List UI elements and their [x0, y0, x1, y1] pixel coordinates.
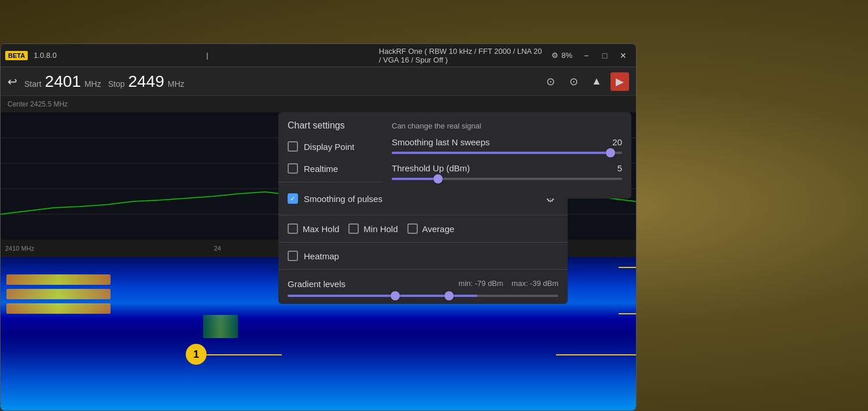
min-hold-label: Min Hold — [363, 224, 398, 234]
center-freq-label: Center 2425.5 MHz — [8, 100, 68, 108]
panel-divider-3 — [278, 242, 568, 243]
gradient-min: min: -79 dBm — [458, 279, 503, 288]
window-controls: − □ ✕ — [578, 50, 631, 61]
toolbar-icon-1[interactable]: ⊙ — [541, 72, 560, 91]
realtime-checkbox[interactable] — [288, 163, 298, 174]
min-hold-item: Min Hold — [348, 223, 398, 234]
minimize-button[interactable]: − — [578, 50, 594, 61]
heatmap-label: Heatmap — [304, 251, 339, 261]
maximize-button[interactable]: □ — [597, 50, 613, 61]
gradient-max: max: -39 dBm — [512, 279, 558, 288]
gradient-title: Gradient levels — [288, 279, 345, 289]
waterfall-band-green — [203, 315, 238, 338]
gradient-values: min: -79 dBm max: -39 dBm — [458, 279, 558, 289]
stop-freq-group: Stop 2449 MHz — [108, 72, 185, 91]
popup-note: Can change the real signal — [392, 122, 622, 130]
toolbar-icon-2[interactable]: ⊙ — [564, 72, 583, 91]
hold-row: Max Hold Min Hold Average — [278, 218, 568, 240]
display-point-checkbox[interactable] — [288, 141, 298, 152]
gradient-slider-thumb-left[interactable] — [391, 291, 400, 300]
smoothing-popup: Can change the real signal Smoothing las… — [382, 112, 631, 199]
annotation-1: 1 — [186, 344, 207, 365]
waterfall-band-3 — [6, 303, 111, 314]
display-point-label: Display Point — [304, 142, 355, 152]
toolbar-icons: ⊙ ⊙ ▲ ▶ — [541, 72, 629, 91]
device-info: HackRF One ( RBW 10 kHz / FFT 2000 / LNA… — [379, 47, 546, 64]
smoothing-pulses-checkbox[interactable] — [288, 193, 298, 204]
cpu-icon: ⚙ — [551, 51, 558, 60]
threshold-up-value: 5 — [617, 163, 622, 173]
threshold-up-track[interactable] — [392, 178, 622, 180]
start-label: Start — [24, 79, 42, 89]
gradient-header: Gradient levels min: -79 dBm max: -39 dB… — [288, 279, 558, 289]
max-hold-checkbox[interactable] — [288, 223, 298, 234]
freq-tick-1: 2410 MHz — [5, 245, 214, 252]
start-freq-group: Start 2401 MHz — [24, 72, 101, 91]
heatmap-checkbox[interactable] — [288, 251, 298, 261]
smoothing-n-fill — [392, 152, 610, 154]
smoothing-n-value: 20 — [612, 137, 622, 147]
annotation-line-2 — [556, 354, 636, 355]
start-freq-value: 2401 — [45, 72, 81, 91]
beta-badge: BETA — [5, 51, 28, 60]
close-button[interactable]: ✕ — [615, 50, 631, 61]
stop-label: Stop — [108, 79, 125, 89]
min-hold-checkbox[interactable] — [348, 223, 359, 234]
average-checkbox[interactable] — [407, 223, 418, 234]
average-label: Average — [422, 224, 455, 234]
toolbar: ↩ Start 2401 MHz Stop 2449 MHz ⊙ ⊙ ▲ ▶ — [1, 67, 636, 96]
undo-button[interactable]: ↩ — [8, 75, 17, 89]
center-bar: Center 2425.5 MHz — [1, 96, 636, 112]
waterfall-band-1 — [6, 274, 111, 285]
threshold-up-fill — [392, 178, 438, 180]
chart-area: 2410 MHz 24 Hz Chart settings — [1, 112, 636, 410]
heatmap-row: Heatmap — [278, 245, 568, 267]
max-hold-item: Max Hold — [288, 223, 339, 234]
cpu-percent: 8% — [561, 51, 572, 60]
smoothing-n-thumb[interactable] — [606, 148, 615, 157]
annotation-line-3 — [619, 267, 636, 268]
smoothing-pulses-label: Smoothing of pulses — [304, 194, 382, 204]
stop-freq-unit: MHz — [168, 79, 185, 89]
cpu-info: ⚙ 8% — [551, 51, 572, 60]
threshold-up-title: Threshold Up (dBm) — [392, 163, 470, 173]
annotation-line-1 — [207, 354, 282, 355]
main-content: 2410 MHz 24 Hz Chart settings — [1, 112, 636, 410]
start-freq-unit: MHz — [84, 79, 101, 89]
toolbar-icon-3[interactable]: ▲ — [587, 72, 606, 91]
threshold-up-thumb[interactable] — [433, 174, 443, 184]
app-window: BETA 1.0.8.0 | HackRF One ( RBW 10 kHz /… — [0, 43, 637, 411]
app-version: 1.0.8.0 — [34, 51, 200, 60]
toolbar-icon-4[interactable]: ▶ — [610, 72, 629, 91]
threshold-up-row: Threshold Up (dBm) 5 — [392, 163, 622, 180]
threshold-up-header: Threshold Up (dBm) 5 — [392, 163, 622, 173]
realtime-label: Realtime — [304, 164, 338, 174]
smoothing-n-header: Smoothing last N sweeps 20 — [392, 137, 622, 147]
smoothing-n-title: Smoothing last N sweeps — [392, 137, 490, 147]
waterfall-band-2 — [6, 289, 111, 299]
panel-divider-4 — [278, 269, 568, 270]
stop-freq-value: 2449 — [128, 72, 164, 91]
title-bar: BETA 1.0.8.0 | HackRF One ( RBW 10 kHz /… — [1, 44, 636, 67]
title-separator: | — [207, 51, 373, 60]
gradient-section: Gradient levels min: -79 dBm max: -39 dB… — [278, 272, 568, 304]
gradient-slider-track[interactable] — [288, 295, 558, 297]
smoothing-n-row: Smoothing last N sweeps 20 — [392, 137, 622, 154]
annotation-line-4 — [619, 313, 636, 314]
smoothing-n-track[interactable] — [392, 152, 622, 154]
max-hold-label: Max Hold — [303, 224, 339, 234]
panel-divider-2 — [278, 215, 568, 215]
average-item: Average — [407, 223, 455, 234]
gradient-slider-thumb-right[interactable] — [444, 291, 454, 300]
